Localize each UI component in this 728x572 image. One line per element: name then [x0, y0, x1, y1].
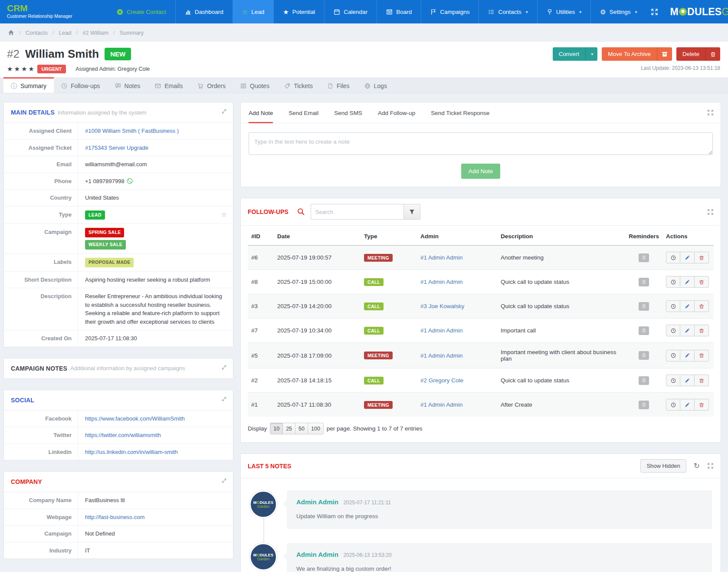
cell-description: Quick call to update status — [497, 270, 625, 294]
reminder-clock-button[interactable] — [666, 276, 680, 288]
home-icon[interactable] — [8, 30, 14, 36]
delete-trash-button[interactable] — [695, 276, 709, 288]
delete-trash-button[interactable] — [695, 325, 709, 336]
search-input[interactable] — [311, 204, 404, 220]
reminder-clock-button[interactable] — [666, 252, 680, 263]
reminder-clock-button[interactable] — [666, 300, 680, 312]
collapse-diagonal-icon[interactable] — [221, 478, 227, 483]
admin-link[interactable]: #1 Admin Admin — [420, 254, 463, 261]
filter-button[interactable] — [404, 204, 420, 220]
reminders-badge: 0 — [639, 278, 649, 286]
nav-contacts[interactable]: Contacts ▾ — [479, 0, 537, 23]
column-header-reminders[interactable]: Reminders — [625, 227, 662, 246]
tab-summary[interactable]: ⓘ Summary — [3, 77, 54, 93]
convert-dropdown-toggle[interactable]: ▾ — [585, 47, 597, 61]
nav-dashboard[interactable]: Dashboard — [175, 0, 233, 23]
breadcrumb-contacts[interactable]: Contacts — [26, 30, 48, 36]
star-outline-icon: ☆ — [242, 9, 248, 15]
composer-tab-send-ticket-response[interactable]: Send Ticket Response — [431, 102, 489, 123]
delete-trash-button[interactable] — [695, 399, 709, 411]
edit-pencil-button[interactable] — [680, 300, 695, 312]
twitter-link[interactable]: https://twitter.com/williamsmith — [85, 432, 161, 438]
admin-link[interactable]: #2 Gregory Cole — [420, 377, 463, 384]
delete-trash-button[interactable] — [695, 375, 709, 386]
reminder-clock-button[interactable] — [666, 325, 680, 336]
composer-tab-add-followup[interactable]: Add Follow-up — [378, 102, 415, 123]
column-header-admin[interactable]: Admin — [417, 227, 497, 246]
tab-emails[interactable]: Emails — [148, 77, 190, 93]
breadcrumb-lead[interactable]: Lead — [59, 30, 72, 36]
edit-pencil-button[interactable] — [680, 399, 695, 411]
nav-settings[interactable]: ⚙ Settings ▾ — [590, 0, 646, 23]
collapse-diagonal-icon[interactable] — [221, 108, 227, 114]
delete-button[interactable]: Delete — [676, 47, 720, 61]
fullscreen-expand-icon[interactable] — [707, 109, 714, 116]
page-size-25[interactable]: 25 — [283, 423, 295, 434]
show-hidden-button[interactable]: Show Hidden — [640, 459, 686, 473]
tab-followups[interactable]: Follow-ups — [54, 77, 108, 93]
linkedin-link[interactable]: http://us.linkedin.com/in/william-smith — [85, 449, 178, 455]
fullscreen-expand-icon[interactable] — [707, 463, 714, 469]
reminder-clock-button[interactable] — [666, 399, 680, 411]
admin-link[interactable]: #1 Admin Admin — [420, 279, 463, 285]
tab-tickets[interactable]: Tickets — [277, 77, 320, 93]
tag-icon — [284, 83, 290, 89]
edit-pencil-button[interactable] — [680, 375, 695, 386]
page-size-50[interactable]: 50 — [295, 423, 308, 434]
delete-trash-button[interactable] — [695, 300, 709, 312]
assigned-ticket-link[interactable]: #175343 Server Upgrade — [85, 145, 148, 151]
tab-files[interactable]: Files — [320, 77, 357, 93]
edit-pencil-button[interactable] — [680, 276, 695, 288]
edit-pencil-button[interactable] — [680, 325, 695, 336]
detail-row-assigned-client: Assigned Client #1008 William Smith ( Fa… — [4, 123, 233, 139]
admin-link[interactable]: #1 Admin Admin — [420, 401, 463, 408]
composer-tab-add-note[interactable]: Add Note — [249, 102, 273, 123]
convert-button[interactable]: Convert ▾ — [553, 47, 597, 61]
move-to-archive-button[interactable]: Move To Archive — [602, 47, 672, 61]
column-header-date[interactable]: Date — [274, 227, 361, 246]
nav-board[interactable]: Board — [377, 0, 421, 23]
column-header-type[interactable]: Type — [361, 227, 417, 246]
archive-box-icon — [657, 47, 672, 61]
nav-utilities[interactable]: Utilities ▾ — [537, 0, 591, 23]
delete-trash-button[interactable] — [695, 350, 709, 362]
favorite-star-icon[interactable]: ☆ — [221, 210, 227, 220]
admin-link[interactable]: #3 Joe Kowalsky — [420, 303, 464, 309]
composer-tab-send-email[interactable]: Send Email — [289, 102, 318, 123]
page-size-100[interactable]: 100 — [308, 423, 324, 434]
nav-potential[interactable]: ★ Potential — [273, 0, 324, 23]
nav-campaigns[interactable]: Campaigns — [421, 0, 479, 23]
webpage-link[interactable]: http://fast-business.com — [85, 514, 144, 520]
tab-quotes[interactable]: Quotes — [233, 77, 277, 93]
collapse-diagonal-icon[interactable] — [221, 396, 227, 402]
breadcrumb-record[interactable]: #2 William — [82, 30, 108, 36]
nav-create-contact[interactable]: Create Contact — [108, 0, 175, 23]
edit-pencil-button[interactable] — [680, 252, 695, 263]
delete-trash-button[interactable] — [695, 252, 709, 263]
nav-lead[interactable]: ☆ Lead — [233, 0, 274, 23]
admin-link[interactable]: #1 Admin Admin — [420, 327, 463, 334]
add-note-button[interactable]: Add Note — [461, 164, 500, 179]
reminder-clock-button[interactable] — [666, 375, 680, 386]
admin-link[interactable]: #1 Admin Admin — [420, 352, 463, 359]
refresh-icon[interactable]: ↻ — [694, 462, 700, 470]
edit-pencil-button[interactable] — [680, 350, 695, 362]
nav-calendar[interactable]: Calendar — [324, 0, 377, 23]
expand-diagonal-icon[interactable] — [221, 365, 227, 370]
note-textarea[interactable] — [249, 132, 713, 155]
fullscreen-icon[interactable] — [651, 8, 658, 16]
assigned-client-link[interactable]: #1008 William Smith ( FastBusiness ) — [85, 128, 179, 134]
tab-notes[interactable]: Notes — [108, 77, 148, 93]
tab-orders[interactable]: Orders — [190, 77, 233, 93]
facebook-link[interactable]: https://www.facebook.com/WilliamSmith — [85, 415, 185, 422]
column-header-id[interactable]: #ID — [248, 227, 274, 246]
fullscreen-expand-icon[interactable] — [707, 209, 714, 215]
tab-logs[interactable]: Logs — [357, 77, 394, 93]
composer-tab-send-sms[interactable]: Send SMS — [334, 102, 362, 123]
app-subtitle: Customer Relationship Manager — [7, 13, 88, 19]
note-item: MODULES Garden Admin Admin 2025-06-13 13… — [249, 543, 712, 572]
reminder-clock-button[interactable] — [666, 350, 680, 362]
column-header-description[interactable]: Description — [497, 227, 625, 246]
whatsapp-icon[interactable] — [127, 178, 133, 184]
page-size-10[interactable]: 10 — [270, 423, 283, 434]
